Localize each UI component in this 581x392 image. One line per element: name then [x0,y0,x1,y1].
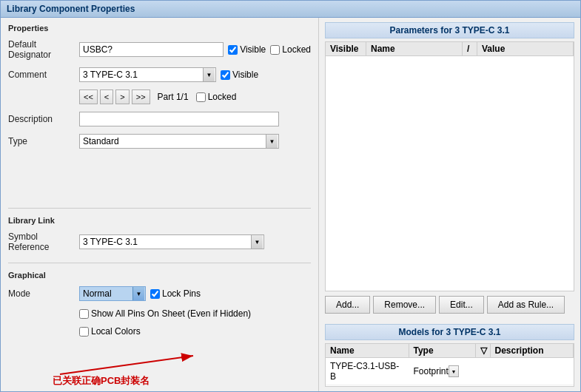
annotation-arrow-svg: 已关联正确PCB封装名 [53,341,275,385]
edit-button[interactable]: Edit... [439,296,484,314]
main-window: Library Component Properties Properties … [0,0,581,392]
symbol-ref-label: Symbol Reference [8,232,75,252]
part-label: Part 1/1 [158,92,189,102]
models-header: Models for 3 TYPE-C 3.1 [325,324,574,340]
locked-checkbox-row: Locked [270,44,311,55]
symbol-ref-input[interactable] [79,234,264,249]
comment-visible-row: Visible [221,70,258,80]
symbol-ref-wrapper: ▼ [79,234,264,249]
mode-select-wrapper: Normal ▼ [79,286,146,301]
right-panel: Parameters for 3 TYPE-C 3.1 Visible Name… [319,18,580,391]
params-col-slash: / [463,42,477,55]
symbol-ref-row: Symbol Reference ▼ [8,232,311,252]
nav-locked-label: Locked [208,92,237,102]
models-col-arrow: ▽ [476,344,491,357]
content-area: Properties Default Designator Visible Lo… [1,18,580,391]
model-arrow-cell [476,370,491,373]
left-panel: Properties Default Designator Visible Lo… [1,18,319,391]
params-table-header: Visible Name / Value [325,41,574,55]
spacer [8,156,311,200]
description-label: Description [8,114,75,124]
params-col-visible: Visible [326,42,366,55]
description-input[interactable] [79,112,279,126]
nav-prev-button[interactable]: < [100,89,113,104]
locked-label: Locked [282,44,311,55]
description-row: Description [8,112,311,126]
models-col-description: Description [491,344,574,357]
local-colors-row: Local Colors [8,326,311,337]
type-label: Type [8,136,75,146]
nav-next-button[interactable]: > [115,89,129,104]
local-colors-checkbox-row: Local Colors [79,326,141,337]
designator-row: Default Designator Visible Locked [8,39,311,60]
local-colors-checkbox[interactable] [79,327,89,337]
nav-locked-checkbox[interactable] [196,92,206,102]
window-title: Library Component Properties [7,4,135,14]
show-all-pins-checkbox[interactable] [79,309,89,319]
comment-visible-checkbox[interactable] [221,70,230,80]
comment-visible-label: Visible [232,70,258,80]
comment-label: Comment [8,70,75,80]
type-select[interactable]: Standard [79,134,279,149]
show-all-pins-row: Show All Pins On Sheet (Even if Hidden) [8,308,311,319]
nav-buttons: << < > >> [79,89,150,104]
library-link-label: Library Link [8,216,311,225]
models-row-1: TYPE-C3.1-USB-B Footprint ▼ [326,358,574,385]
models-section: Models for 3 TYPE-C 3.1 Name Type ▽ Desc… [325,324,574,387]
visible-label: Visible [240,44,266,55]
title-bar: Library Component Properties [1,1,580,18]
annotation-text: 已关联正确PCB封装名 [53,375,150,385]
mode-row: Mode Normal ▼ Lock Pins [8,286,311,301]
local-colors-label: Local Colors [91,326,141,337]
add-button[interactable]: Add... [325,296,370,314]
divider-2 [8,263,311,263]
models-col-type: Type [409,344,476,357]
model-name-cell: TYPE-C3.1-USB-B [326,359,409,383]
models-table-header: Name Type ▽ Description [325,343,574,357]
models-col-name: Name [326,344,409,357]
visible-checkbox-row: Visible [228,44,266,55]
comment-row: Comment ▼ Visible [8,67,311,82]
show-all-pins-checkbox-row: Show All Pins On Sheet (Even if Hidden) [79,308,251,319]
comment-input[interactable] [79,67,216,82]
lock-pins-checkbox[interactable] [150,289,160,299]
designator-label: Default Designator [8,39,75,60]
nav-row: << < > >> Part 1/1 Locked [8,89,311,104]
model-type-cell: Footprint ▼ [409,364,476,379]
params-header: Parameters for 3 TYPE-C 3.1 [325,22,574,38]
action-buttons-row: Add... Remove... Edit... Add as Rule... [325,296,574,314]
mode-select[interactable]: Normal [79,286,146,301]
graphical-label: Graphical [8,271,311,280]
divider-1 [8,208,311,209]
type-select-wrapper: Standard ▼ [79,134,279,149]
locked-checkbox[interactable] [270,45,280,55]
params-col-name: Name [366,42,463,55]
comment-select-wrapper: ▼ [79,67,216,82]
svg-line-1 [60,356,193,374]
show-all-pins-label: Show All Pins On Sheet (Even if Hidden) [91,308,251,319]
model-description-cell [491,370,574,373]
remove-button[interactable]: Remove... [373,296,436,314]
nav-first-button[interactable]: << [79,89,98,104]
nav-last-button[interactable]: >> [132,89,150,104]
mode-label: Mode [8,288,75,299]
visible-checkbox[interactable] [228,45,238,55]
designator-input[interactable] [79,42,224,57]
params-table-body [325,55,574,291]
lock-pins-label: Lock Pins [162,288,201,299]
add-as-rule-button[interactable]: Add as Rule... [487,296,565,314]
model-type-text: Footprint [414,366,449,376]
models-table-body: TYPE-C3.1-USB-B Footprint ▼ [325,357,574,387]
properties-section-label: Properties [8,24,311,33]
annotation-area: 已关联正确PCB封装名 [8,344,311,385]
nav-locked-row: Locked [196,92,237,102]
type-row: Type Standard ▼ [8,134,311,149]
params-col-value: Value [477,42,574,55]
lock-pins-row: Lock Pins [150,288,201,299]
model-type-dropdown[interactable]: ▼ [449,365,459,377]
